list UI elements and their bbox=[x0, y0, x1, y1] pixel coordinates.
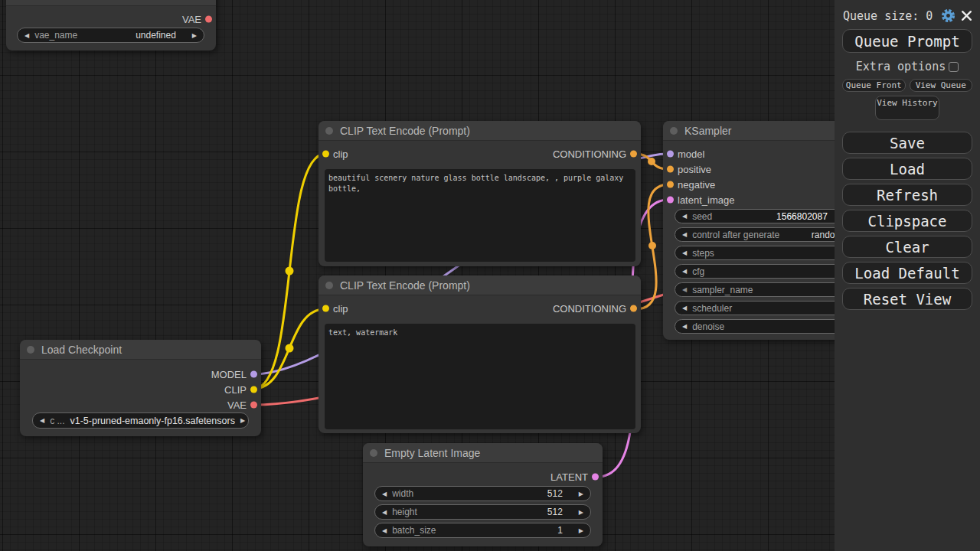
decrement-arrow-icon[interactable]: ◀ bbox=[682, 305, 687, 311]
decrement-arrow-icon[interactable]: ◀ bbox=[682, 286, 687, 293]
decrement-arrow-icon[interactable]: ◀ bbox=[40, 417, 44, 424]
node-title-bar[interactable]: CLIP Text Encode (Prompt) bbox=[318, 121, 641, 141]
output-label: CLIP bbox=[224, 384, 247, 396]
increment-arrow-icon[interactable]: ▶ bbox=[192, 32, 197, 39]
decrement-arrow-icon[interactable]: ◀ bbox=[24, 32, 29, 39]
positive-input-port[interactable] bbox=[667, 166, 674, 173]
io-row: clip CONDITIONING bbox=[318, 146, 641, 161]
decrement-arrow-icon[interactable]: ◀ bbox=[382, 491, 387, 497]
widget-label: batch_size bbox=[392, 525, 436, 536]
node-clip-text-encode-positive[interactable]: CLIP Text Encode (Prompt) clip CONDITION… bbox=[318, 121, 641, 266]
increment-arrow-icon[interactable]: ▶ bbox=[579, 491, 583, 497]
input-row-model: model bbox=[663, 146, 704, 161]
vae-name-widget[interactable]: ◀ vae_name undefined ▶ bbox=[17, 28, 204, 43]
widget-label: cfg bbox=[692, 266, 704, 277]
input-label: clip bbox=[333, 303, 348, 315]
input-row-positive: positive bbox=[663, 161, 711, 177]
width-widget[interactable]: ◀ width 512 ▶ bbox=[374, 486, 591, 501]
decrement-arrow-icon[interactable]: ◀ bbox=[682, 268, 687, 275]
node-title-bar[interactable]: Load Checkpoint bbox=[20, 340, 261, 360]
widget-label: denoise bbox=[692, 321, 724, 332]
input-row-negative: negative bbox=[663, 177, 715, 192]
increment-arrow-icon[interactable]: ▶ bbox=[240, 417, 245, 424]
node-title: KSampler bbox=[684, 125, 731, 137]
model-input-port[interactable] bbox=[667, 151, 674, 158]
output-row-clip: CLIP bbox=[20, 382, 261, 397]
conditioning-output-port[interactable] bbox=[630, 151, 637, 158]
widget-value: 1 bbox=[557, 525, 563, 536]
decrement-arrow-icon[interactable]: ◀ bbox=[682, 213, 687, 220]
vae-output-port[interactable] bbox=[205, 16, 212, 23]
save-button[interactable]: Save bbox=[842, 132, 972, 154]
node-load-checkpoint[interactable]: Load Checkpoint MODEL CLIP VAE ◀ c ... v… bbox=[20, 340, 261, 436]
node-empty-latent-image[interactable]: Empty Latent Image LATENT ◀ width 512 ▶ … bbox=[363, 443, 603, 546]
node-title-bar[interactable] bbox=[6, 0, 216, 6]
output-row-vae: VAE bbox=[6, 11, 216, 27]
output-row-vae: VAE bbox=[20, 397, 261, 412]
vae-output-port[interactable] bbox=[250, 402, 257, 409]
widget-label: width bbox=[392, 488, 413, 499]
output-label: VAE bbox=[182, 14, 201, 25]
node-clip-text-encode-negative[interactable]: CLIP Text Encode (Prompt) clip CONDITION… bbox=[318, 276, 641, 433]
node-status-dot bbox=[325, 282, 333, 289]
load-default-button[interactable]: Load Default bbox=[842, 262, 972, 284]
latent-output-port[interactable] bbox=[592, 474, 599, 481]
widget-label: c ... bbox=[50, 416, 64, 426]
input-row-latent-image: latent_image bbox=[663, 192, 734, 207]
conditioning-output-port[interactable] bbox=[630, 305, 637, 312]
decrement-arrow-icon[interactable]: ◀ bbox=[382, 527, 387, 534]
widget-value: 512 bbox=[547, 488, 563, 499]
input-label: latent_image bbox=[678, 194, 734, 206]
link-midpoint-dot bbox=[286, 344, 294, 353]
output-row-model: MODEL bbox=[20, 367, 261, 382]
node-title-bar[interactable]: Empty Latent Image bbox=[363, 443, 603, 463]
widget-value: v1-5-pruned-emaonly-fp16.safetensors bbox=[70, 416, 235, 426]
decrement-arrow-icon[interactable]: ◀ bbox=[682, 323, 687, 330]
clear-button[interactable]: Clear bbox=[842, 236, 972, 258]
batch-size-widget[interactable]: ◀ batch_size 1 ▶ bbox=[374, 523, 591, 538]
height-widget[interactable]: ◀ height 512 ▶ bbox=[374, 504, 591, 520]
increment-arrow-icon[interactable]: ▶ bbox=[579, 527, 583, 534]
load-button[interactable]: Load bbox=[842, 158, 972, 180]
input-label: clip bbox=[333, 148, 348, 160]
link-midpoint-dot bbox=[648, 158, 655, 165]
latent-image-input-port[interactable] bbox=[667, 197, 674, 204]
clip-input-port[interactable] bbox=[322, 151, 329, 158]
queue-prompt-button[interactable]: Queue Prompt bbox=[842, 29, 972, 53]
decrement-arrow-icon[interactable]: ◀ bbox=[682, 231, 687, 238]
node-title: Empty Latent Image bbox=[384, 447, 480, 459]
positive-prompt-textarea[interactable]: beautiful scenery nature glass bottle la… bbox=[325, 169, 635, 262]
ckpt-name-widget[interactable]: ◀ c ... v1-5-pruned-emaonly-fp16.safeten… bbox=[32, 412, 249, 429]
node-vae-loader[interactable]: VAE ◀ vae_name undefined ▶ bbox=[6, 0, 216, 51]
decrement-arrow-icon[interactable]: ◀ bbox=[382, 509, 387, 516]
comfy-menu-panel: Queue size: 0 Queue Prompt Extra options… bbox=[835, 0, 980, 551]
decrement-arrow-icon[interactable]: ◀ bbox=[682, 249, 687, 256]
widget-label: seed bbox=[692, 211, 712, 222]
clip-output-port[interactable] bbox=[250, 386, 257, 393]
extra-options-label: Extra options bbox=[856, 60, 946, 73]
settings-gear-icon[interactable] bbox=[941, 8, 956, 23]
extra-options-row: Extra options bbox=[835, 60, 980, 73]
view-history-button[interactable]: View History bbox=[875, 96, 939, 120]
widget-label: sampler_name bbox=[692, 285, 753, 295]
model-output-port[interactable] bbox=[250, 371, 257, 378]
negative-input-port[interactable] bbox=[667, 181, 674, 188]
refresh-button[interactable]: Refresh bbox=[842, 184, 972, 206]
node-status-dot bbox=[27, 346, 34, 354]
node-title: CLIP Text Encode (Prompt) bbox=[340, 279, 470, 292]
increment-arrow-icon[interactable]: ▶ bbox=[579, 509, 583, 516]
queue-status-row: Queue size: 0 bbox=[835, 0, 980, 23]
queue-front-button[interactable]: Queue Front bbox=[842, 79, 906, 92]
clipspace-button[interactable]: Clipspace bbox=[842, 210, 972, 232]
input-label: positive bbox=[678, 164, 711, 175]
reset-view-button[interactable]: Reset View bbox=[842, 288, 972, 310]
clip-input-port[interactable] bbox=[322, 305, 329, 312]
negative-prompt-textarea[interactable]: text, watermark bbox=[325, 324, 635, 429]
node-title: Load Checkpoint bbox=[41, 344, 122, 356]
output-label: CONDITIONING bbox=[553, 148, 626, 160]
node-title-bar[interactable]: CLIP Text Encode (Prompt) bbox=[318, 276, 641, 295]
view-queue-button[interactable]: View Queue bbox=[910, 79, 973, 92]
output-label: MODEL bbox=[211, 369, 247, 380]
extra-options-checkbox[interactable] bbox=[949, 62, 959, 72]
close-icon[interactable] bbox=[961, 10, 972, 21]
